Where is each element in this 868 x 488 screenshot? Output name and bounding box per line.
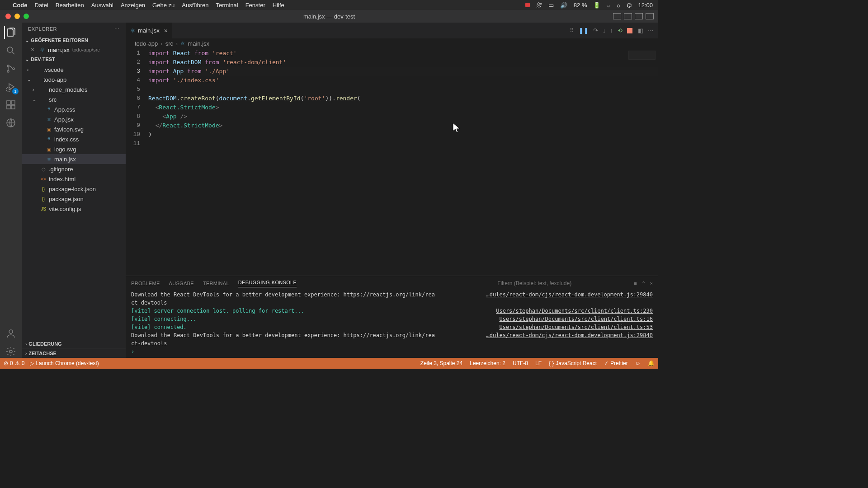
status-launch[interactable]: ▷ Launch Chrome (dev-test) [30, 360, 99, 366]
status-bell-icon[interactable]: 🔔 [648, 360, 655, 366]
debug-icon[interactable]: 1 [5, 80, 17, 93]
tree-row[interactable]: ⌄todo-app [22, 75, 126, 84]
step-out-icon[interactable]: ↑ [610, 27, 613, 34]
filter-input[interactable] [495, 279, 621, 287]
restart-icon[interactable]: ⟲ [618, 27, 623, 34]
panel-maximize-icon[interactable]: ⌃ [642, 281, 646, 286]
settings-gear-icon[interactable] [5, 345, 17, 358]
menu-hilfe[interactable]: Hilfe [273, 2, 284, 9]
menu-gehezu[interactable]: Gehe zu [152, 2, 175, 9]
pause-icon[interactable]: ❚❚ [579, 27, 589, 34]
menu-bearbeiten[interactable]: Bearbeiten [56, 2, 84, 9]
search-activity-icon[interactable] [5, 44, 17, 57]
tree-row[interactable]: ⌄src [22, 94, 126, 104]
wifi-icon[interactable]: ⌵ [607, 2, 610, 9]
close-window-icon[interactable] [5, 14, 11, 19]
search-icon[interactable]: ⌕ [617, 2, 620, 9]
status-errors[interactable]: ⊘ 0 ⚠ 0 [4, 360, 24, 366]
panel-tab-probleme[interactable]: PROBLEME [131, 281, 160, 286]
close-tab-icon[interactable]: × [164, 27, 168, 34]
minimap[interactable] [628, 51, 656, 60]
sidebar-more-icon[interactable]: ⋯ [114, 26, 120, 32]
panel-close-icon[interactable]: × [650, 281, 653, 286]
remote-icon[interactable] [5, 117, 17, 129]
clock[interactable]: 12:00 [638, 2, 653, 9]
volume-icon[interactable]: 🔊 [560, 2, 567, 9]
tree-row[interactable]: ◌.gitignore [22, 164, 126, 174]
step-into-icon[interactable]: ↓ [603, 27, 606, 34]
open-editors-section[interactable]: ⌄ GEÖFFNETE EDITOREN [22, 36, 126, 45]
editor-tab[interactable]: ⚛ main.jsx × [126, 23, 173, 38]
breadcrumb-item[interactable]: todo-app [135, 40, 158, 47]
tree-row[interactable]: <>index.html [22, 174, 126, 184]
filter-settings-icon[interactable]: ≡ [634, 281, 637, 286]
layout-panel-icon[interactable] [624, 13, 632, 19]
panel-tab-ausgabe[interactable]: AUSGABE [169, 281, 194, 286]
panel-tab-terminal[interactable]: TERMINAL [203, 281, 229, 286]
close-icon[interactable]: × [31, 46, 37, 53]
breadcrumb-item[interactable]: main.jsx [188, 40, 209, 47]
drag-handle-icon[interactable]: ⠿ [570, 27, 574, 34]
menu-fenster[interactable]: Fenster [245, 2, 265, 9]
recording-icon[interactable] [525, 3, 530, 7]
tree-row[interactable]: {}package.json [22, 194, 126, 204]
menu-anzeigen[interactable]: Anzeigen [121, 2, 145, 9]
code-lines[interactable]: import React from 'react'import ReactDOM… [148, 49, 658, 276]
console-prompt[interactable]: › [131, 347, 653, 356]
split-editor-icon[interactable]: ◧ [638, 27, 643, 34]
tree-item-label: logo.svg [54, 146, 76, 153]
account-icon[interactable] [5, 327, 17, 340]
tree-row[interactable]: ⚛main.jsx [22, 154, 126, 164]
status-position[interactable]: Zeile 3, Spalte 24 [420, 360, 462, 366]
app-name[interactable]: Code [13, 2, 28, 9]
outline-section[interactable]: › GLIEDERUNG [22, 339, 126, 348]
console-source-link[interactable]: …dules/react-dom/cjs/react-dom.developme… [486, 291, 653, 307]
tree-row[interactable]: ›node_modules [22, 84, 126, 94]
breadcrumb-item[interactable]: src [165, 40, 173, 47]
tree-row[interactable]: ⚛App.jsx [22, 114, 126, 124]
timeline-section[interactable]: › ZEITACHSE [22, 348, 126, 358]
tree-row[interactable]: ›.vscode [22, 65, 126, 75]
panel-tab-debug-console[interactable]: DEBUGGING-KONSOLE [238, 280, 297, 287]
tree-row[interactable]: ▣favicon.svg [22, 124, 126, 134]
tree-row[interactable]: #index.css [22, 134, 126, 144]
tree-row[interactable]: {}package-lock.json [22, 184, 126, 194]
maximize-window-icon[interactable] [24, 14, 29, 19]
open-editor-item[interactable]: × ⚛ main.jsx todo-app/src [22, 45, 126, 55]
layout-customize-icon[interactable] [646, 13, 654, 19]
layout-sidebar-right-icon[interactable] [635, 13, 643, 19]
console-source-link[interactable]: Users/stephan/Documents/src/client/clien… [499, 323, 653, 331]
battery-icon[interactable]: 🔋 [593, 2, 600, 9]
display-icon[interactable]: ▭ [548, 2, 554, 9]
status-prettier[interactable]: ✓ Prettier [604, 360, 628, 366]
menu-ausfuehren[interactable]: Ausführen [182, 2, 208, 9]
stop-icon[interactable] [627, 28, 632, 33]
minimize-window-icon[interactable] [14, 14, 20, 19]
status-encoding[interactable]: UTF-8 [513, 360, 528, 366]
extensions-icon[interactable] [5, 99, 17, 111]
source-control-icon[interactable] [5, 62, 17, 75]
cloud-icon[interactable]: ⛈ [536, 2, 542, 9]
status-spaces[interactable]: Leerzeichen: 2 [470, 360, 505, 366]
project-section[interactable]: ⌄ DEV-TEST [22, 55, 126, 64]
console-source-link[interactable]: Users/stephan/Documents/src/client/clien… [496, 307, 653, 315]
tree-row[interactable]: #App.css [22, 104, 126, 114]
code-editor[interactable]: 1234567891011 import React from 'react'i… [126, 49, 658, 276]
debug-console-body[interactable]: Download the React DevTools for a better… [126, 291, 658, 358]
console-source-link[interactable]: …dules/react-dom/cjs/react-dom.developme… [486, 331, 653, 347]
menu-terminal[interactable]: Terminal [216, 2, 238, 9]
console-source-link[interactable]: Users/stephan/Documents/src/client/clien… [499, 315, 653, 323]
breadcrumb[interactable]: todo-app › src › ⚛ main.jsx [126, 38, 658, 49]
layout-sidebar-left-icon[interactable] [613, 13, 621, 19]
menu-datei[interactable]: Datei [35, 2, 48, 9]
step-over-icon[interactable]: ↷ [593, 27, 598, 34]
status-feedback-icon[interactable]: ☺ [635, 360, 641, 366]
status-language[interactable]: { } JavaScript React [549, 360, 597, 366]
tree-row[interactable]: JSvite.config.js [22, 204, 126, 214]
more-actions-icon[interactable]: ⋯ [648, 27, 654, 34]
explorer-icon[interactable] [4, 26, 17, 39]
status-eol[interactable]: LF [535, 360, 542, 366]
tree-row[interactable]: ▣logo.svg [22, 144, 126, 154]
menu-auswahl[interactable]: Auswahl [91, 2, 113, 9]
control-center-icon[interactable]: ⌬ [627, 2, 632, 9]
